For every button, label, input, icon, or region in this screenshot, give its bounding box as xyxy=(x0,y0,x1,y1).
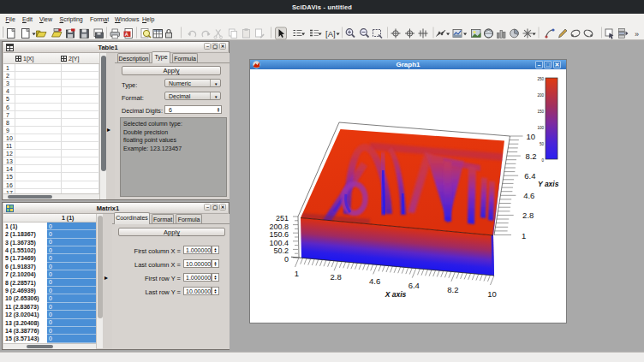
svg-text:200.8: 200.8 xyxy=(269,223,289,231)
svg-text:150: 150 xyxy=(537,110,544,114)
svg-text:100.4: 100.4 xyxy=(269,239,289,247)
svg-text:10: 10 xyxy=(487,289,497,299)
svg-text:[A]: [A] xyxy=(325,29,336,39)
svg-text:6.4: 6.4 xyxy=(408,281,420,290)
svg-text:10: 10 xyxy=(527,132,536,141)
svg-text:100: 100 xyxy=(537,126,544,130)
svg-text:Y axis: Y axis xyxy=(538,180,559,188)
svg-text:0: 0 xyxy=(541,158,544,163)
svg-text:150.6: 150.6 xyxy=(269,230,289,239)
svg-text:200: 200 xyxy=(537,93,544,98)
svg-text:»: » xyxy=(635,30,639,39)
svg-text:50.2: 50.2 xyxy=(273,246,289,255)
svg-text:1: 1 xyxy=(522,231,526,240)
svg-text:X axis: X axis xyxy=(385,290,407,299)
svg-text:1: 1 xyxy=(295,269,299,278)
svg-text:A: A xyxy=(125,32,128,37)
svg-text:2.8: 2.8 xyxy=(522,211,534,220)
svg-text:2.8: 2.8 xyxy=(330,272,341,282)
svg-text:250: 250 xyxy=(537,77,544,81)
svg-text:4.6: 4.6 xyxy=(523,191,534,200)
svg-text:0: 0 xyxy=(284,255,289,264)
svg-text:6.4: 6.4 xyxy=(524,171,535,181)
svg-text:50: 50 xyxy=(540,142,545,146)
svg-text:251: 251 xyxy=(276,214,289,223)
svg-text:8.2: 8.2 xyxy=(525,151,536,161)
svg-text:8.2: 8.2 xyxy=(447,285,458,294)
svg-text:4.6: 4.6 xyxy=(369,276,380,286)
